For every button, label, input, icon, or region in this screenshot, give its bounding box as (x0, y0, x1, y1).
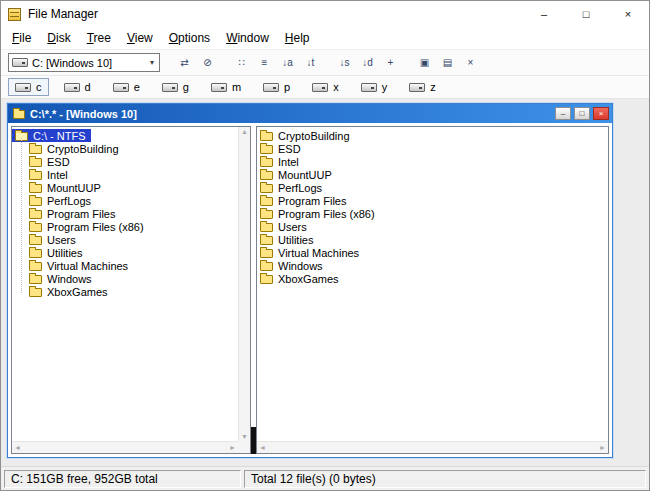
drivebar: c d e g m p x y z (1, 76, 649, 99)
menu-item[interactable]: Help (277, 29, 318, 47)
tree-item[interactable]: Virtual Machines (26, 259, 133, 272)
folder-name: Utilities (278, 234, 313, 246)
tree-item[interactable]: ESD (26, 155, 75, 168)
tree-item[interactable]: Windows (26, 272, 97, 285)
connect-net-drive-button[interactable]: ⇄ (174, 53, 195, 72)
file-pane: CryptoBuilding ESD Intel MountUUP PerfLo… (256, 126, 609, 454)
folder-icon (29, 171, 42, 180)
file-list-item[interactable]: PerfLogs (257, 181, 327, 194)
pane-splitter[interactable] (251, 126, 256, 454)
drive-icon (162, 83, 178, 92)
file-list-item[interactable]: Program Files (257, 194, 351, 207)
tree-item[interactable]: CryptoBuilding (26, 142, 124, 155)
drive-icon (15, 83, 31, 92)
tree-item[interactable]: Program Files (x86) (26, 220, 149, 233)
menu-item[interactable]: Disk (39, 29, 78, 47)
scroll-right-icon[interactable]: ► (599, 444, 606, 451)
file-list-item[interactable]: Virtual Machines (257, 246, 364, 259)
copy-button[interactable]: ▣ (414, 53, 435, 72)
tree-item[interactable]: Intel (26, 168, 73, 181)
minimize-button[interactable]: – (523, 1, 565, 27)
tree-item[interactable]: Program Files (26, 207, 120, 220)
drive-button-g[interactable]: g (155, 78, 196, 96)
tree-horizontal-scrollbar[interactable]: ◄ ► (12, 441, 238, 453)
drive-button-x[interactable]: x (305, 78, 346, 96)
drive-button-d[interactable]: d (57, 78, 98, 96)
new-folder-button[interactable]: + (380, 53, 401, 72)
view-name-only-button[interactable]: ∷ (231, 53, 252, 72)
scroll-left-icon[interactable]: ◄ (14, 444, 21, 451)
drive-letter: d (85, 81, 91, 93)
folder-name: Windows (278, 260, 323, 272)
drive-button-y[interactable]: y (354, 78, 395, 96)
scrollbar-corner (238, 441, 250, 453)
menu-item[interactable]: Tree (79, 29, 119, 47)
menu-item[interactable]: View (119, 29, 161, 47)
drive-icon (64, 83, 80, 92)
drive-button-p[interactable]: p (256, 78, 297, 96)
drive-letter: y (382, 81, 388, 93)
tree-item[interactable]: PerfLogs (26, 194, 96, 207)
folder-name: ESD (47, 156, 70, 168)
sort-by-size-button[interactable]: ↓s (334, 53, 355, 72)
scroll-right-icon[interactable]: ► (229, 444, 236, 451)
menu-item[interactable]: Options (161, 29, 218, 47)
file-list-item[interactable]: Users (257, 220, 312, 233)
scroll-down-icon[interactable]: ▼ (241, 433, 248, 440)
sort-by-type-button[interactable]: ↓t (300, 53, 321, 72)
directory-window-body: C:\ - NTFS CryptoBuilding ESD Intel Moun… (8, 123, 612, 457)
directory-window-titlebar[interactable]: C:\*.* - [Windows 10] – □ × (8, 104, 612, 123)
drive-button-e[interactable]: e (106, 78, 147, 96)
toolbar-button-icon: ⊘ (203, 58, 211, 68)
delete-button[interactable]: × (460, 53, 481, 72)
drive-button-c[interactable]: c (8, 78, 49, 96)
splitter-handle[interactable] (251, 427, 256, 454)
folder-name: CryptoBuilding (278, 130, 350, 142)
tree-vertical-scrollbar[interactable]: ▲ ▼ (238, 127, 250, 441)
child-maximize-button[interactable]: □ (574, 107, 590, 120)
tree-root-item[interactable]: C:\ - NTFS (12, 129, 91, 142)
drive-button-z[interactable]: z (402, 78, 443, 96)
sort-by-date-button[interactable]: ↓d (357, 53, 378, 72)
menu-item[interactable]: Window (218, 29, 277, 47)
child-close-button[interactable]: × (593, 107, 609, 120)
scroll-left-icon[interactable]: ◄ (259, 444, 266, 451)
file-list-item[interactable]: XboxGames (257, 272, 344, 285)
tree-root-label: C:\ - NTFS (33, 130, 86, 142)
titlebar[interactable]: File Manager – □ × (1, 1, 649, 27)
file-list-item[interactable]: Utilities (257, 233, 318, 246)
folder-icon (29, 236, 42, 245)
tree-item[interactable]: Utilities (26, 246, 87, 259)
folder-icon (260, 275, 273, 284)
drive-button-m[interactable]: m (204, 78, 248, 96)
drive-combobox[interactable]: C: [Windows 10] ▾ (8, 53, 160, 72)
folder-name: PerfLogs (47, 195, 91, 207)
file-list-item[interactable]: CryptoBuilding (257, 129, 355, 142)
close-button[interactable]: × (607, 1, 649, 27)
folder-name: XboxGames (47, 286, 108, 298)
tree-item[interactable]: XboxGames (26, 285, 113, 298)
child-minimize-button[interactable]: – (555, 107, 571, 120)
disconnect-net-drive-button[interactable]: ⊘ (197, 53, 218, 72)
file-list-item[interactable]: Windows (257, 259, 328, 272)
scroll-up-icon[interactable]: ▲ (241, 128, 248, 135)
move-button[interactable]: ▤ (437, 53, 458, 72)
maximize-button[interactable]: □ (565, 1, 607, 27)
file-list-item[interactable]: Intel (257, 155, 304, 168)
drive-letter: x (333, 81, 339, 93)
folder-name: Windows (47, 273, 92, 285)
view-all-details-button[interactable]: ≡ (254, 53, 275, 72)
file-horizontal-scrollbar[interactable]: ◄ ► (257, 441, 608, 453)
tree-item[interactable]: Users (26, 233, 81, 246)
drive-icon (409, 83, 425, 92)
toolbar-button-icon: ↓s (340, 58, 350, 68)
tree-item[interactable]: MountUUP (26, 181, 106, 194)
folder-name: XboxGames (278, 273, 339, 285)
sort-by-name-button[interactable]: ↓a (277, 53, 298, 72)
menu-item[interactable]: File (4, 29, 39, 47)
file-list-item[interactable]: Program Files (x86) (257, 207, 380, 220)
folder-icon (260, 223, 273, 232)
file-list-item[interactable]: MountUUP (257, 168, 337, 181)
drive-letter: e (134, 81, 140, 93)
file-list-item[interactable]: ESD (257, 142, 306, 155)
